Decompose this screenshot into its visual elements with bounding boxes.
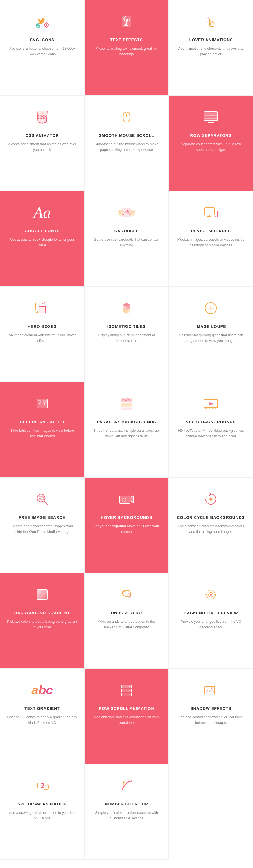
- row-scroll-animation-desc: Add entrance and exit animations on your…: [91, 714, 162, 725]
- device-mockups-desc: Mockup images, carousels or videos insid…: [176, 237, 246, 248]
- shadow-effects-icon: [200, 679, 222, 702]
- cell-parallax-backgrounds: PARALLAX BACKGROUNDS Smoother parallax, …: [84, 382, 169, 477]
- google-fonts-icon: Aa: [31, 202, 53, 224]
- svg-rect-61: [212, 407, 214, 409]
- hero-boxes-desc: An image element with lots of unique hov…: [7, 332, 77, 344]
- cell-background-gradient: BACKGROUND GRADIENT Pick two colors to a…: [0, 573, 84, 669]
- text-effects-icon: T: [115, 10, 138, 33]
- svg-marker-68: [130, 496, 133, 502]
- smooth-mouse-scroll-title: SMOOTH MOUSE SCROLL: [99, 133, 154, 138]
- cell-before-and-after: BEFORE AND AFTER Slide between two image…: [0, 382, 84, 477]
- css-animator-icon: CSS 3: [31, 106, 53, 128]
- svg-line-65: [44, 501, 48, 505]
- hover-animations-desc: Add animations to elements and rows that…: [176, 46, 246, 57]
- svg-rect-58: [215, 399, 217, 400]
- shadow-effects-title: SHADOW EFFECTS: [190, 706, 231, 711]
- hero-boxes-icon: [31, 297, 53, 319]
- carousel-icon: [115, 202, 138, 224]
- device-mockups-icon: [200, 202, 222, 224]
- hover-backgrounds-desc: Let your background move or tilt with yo…: [91, 523, 162, 534]
- svg-text:CSS: CSS: [37, 114, 48, 120]
- cell-number-count-up: NUMBER COUNT UP Simple yet flexible numb…: [84, 764, 169, 860]
- svg-rect-49: [38, 400, 41, 401]
- hover-backgrounds-title: HOVER BACKGROUNDS: [101, 515, 152, 520]
- svg-rect-62: [215, 407, 217, 409]
- cell-text-gradient: abc TEXT GRADIENT Choose 2-3 colors to a…: [0, 669, 84, 764]
- image-loupe-title: IMAGE LOUPE: [195, 324, 226, 329]
- cell-google-fonts: Aa GOOGLE FONTS Get access to 800+ Googl…: [0, 191, 84, 286]
- svg-icons-desc: Add icons & buttons, choose from 12,000+…: [7, 46, 77, 57]
- text-gradient-title: TEXT GRADIENT: [24, 706, 60, 711]
- svg-rect-53: [121, 408, 132, 410]
- cell-svg-draw-animation: 1 2 SVG DRAW ANIMATION Add a drawing eff…: [0, 764, 84, 860]
- undo-redo-icon: [115, 584, 138, 606]
- css-animator-desc: A container element that animates whatev…: [7, 141, 77, 153]
- cell-backend-live-preview: BACKEND LIVE PREVIEW Preview your change…: [169, 573, 253, 669]
- row-separators-icon: [200, 106, 222, 128]
- svg-point-12: [208, 17, 209, 18]
- cell-undo-redo: UNDO & REDO Adds an undo and redo button…: [84, 573, 169, 669]
- google-fonts-desc: Get access to 800+ Google fonts for your…: [7, 237, 77, 248]
- free-image-search-desc: Search and download free images from ins…: [7, 523, 77, 534]
- video-backgrounds-icon: [200, 393, 222, 415]
- svg-rect-60: [208, 407, 210, 409]
- svg-draw-num: 1 2: [33, 776, 51, 796]
- text-effects-desc: A cool animating text element, great for…: [91, 46, 162, 57]
- svg-rect-20: [204, 112, 218, 121]
- number-count-up-desc: Simple yet flexible number count up with…: [91, 810, 162, 821]
- svg-rect-25: [122, 209, 131, 217]
- number-count-up-title: NUMBER COUNT UP: [105, 801, 148, 806]
- hover-backgrounds-icon: [115, 488, 138, 510]
- undo-redo-title: UNDO & REDO: [111, 611, 142, 616]
- cell-svg-icons: SVG ICONS Add icons & buttons, choose fr…: [0, 0, 84, 95]
- svg-rect-51: [121, 399, 132, 402]
- cell-text-effects: T TEXT EFFECTS A cool animating text ele…: [84, 0, 169, 95]
- cell-shadow-effects: SHADOW EFFECTS Add and control shadows o…: [169, 669, 253, 764]
- cell-video-backgrounds: VIDEO BACKGROUNDS HD YouTube or Vimeo vi…: [169, 382, 253, 477]
- svg-rect-28: [131, 210, 134, 215]
- svg-draw-animation-icon: 1 2: [31, 774, 53, 797]
- cell-css-animator: CSS 3 CSS ANIMATOR A container element t…: [0, 95, 84, 191]
- svg-point-1: [46, 24, 47, 26]
- cell-device-mockups: DEVICE MOCKUPS Mockup images, carousels …: [169, 191, 253, 286]
- row-scroll-animation-title: ROW SCROLL ANIMATION: [99, 706, 154, 711]
- parallax-backgrounds-desc: Smoother parallax, multiple parallaxes, …: [91, 428, 162, 439]
- smooth-mouse-scroll-desc: Smoothens out the mousewheel to make pag…: [91, 141, 162, 153]
- svg-point-71: [210, 498, 212, 500]
- svg-rect-59: [205, 407, 207, 409]
- video-backgrounds-title: VIDEO BACKGROUNDS: [186, 420, 235, 425]
- cell-row-scroll-animation: ROW SCROLL ANIMATION Add entrance and ex…: [84, 669, 169, 764]
- isometric-tiles-icon: [115, 297, 138, 319]
- color-cycle-backgrounds-icon: [200, 488, 222, 510]
- text-gradient-icon: abc: [31, 679, 53, 702]
- svg-rect-56: [208, 399, 210, 400]
- undo-redo-desc: Adds an undo and redo button to the back…: [91, 619, 162, 630]
- carousel-desc: Get to use cool carousels that can conta…: [91, 237, 162, 248]
- svg-icons-title: SVG ICONS: [30, 37, 55, 42]
- hover-animations-title: HOVER ANIMATIONS: [189, 37, 233, 42]
- backend-live-preview-desc: Preview your changes live from the VC ba…: [176, 619, 246, 630]
- hero-boxes-title: HERO BOXES: [28, 324, 57, 329]
- image-loupe-icon: [200, 297, 222, 319]
- backend-live-preview-title: BACKEND LIVE PREVIEW: [184, 611, 238, 616]
- svg-draw-animation-title: SVG DRAW ANIMATION: [18, 801, 67, 806]
- background-gradient-icon: [31, 584, 53, 606]
- svg-rect-72: [37, 590, 47, 600]
- before-and-after-icon: [31, 393, 53, 415]
- google-fonts-title: GOOGLE FONTS: [25, 228, 60, 234]
- shadow-effects-desc: Add and control shadows on VC columns, b…: [176, 714, 246, 725]
- row-separators-title: ROW SEPARATORS: [190, 133, 231, 138]
- text-effects-title: TEXT EFFECTS: [110, 37, 142, 42]
- row-scroll-animation-icon: [115, 679, 138, 702]
- svg-rect-67: [120, 496, 130, 504]
- row-separators-desc: Separate your content with unique row se…: [176, 141, 246, 153]
- cell-carousel: CAROUSEL Get to use cool carousels that …: [84, 191, 169, 286]
- background-gradient-desc: Pick two colors to add a background grad…: [7, 619, 77, 630]
- text-gradient-desc: Choose 2-3 colors to apply a gradient on…: [7, 714, 77, 725]
- svg-rect-27: [119, 210, 122, 215]
- background-gradient-title: BACKGROUND GRADIENT: [14, 611, 70, 616]
- svg-icons-icon: [31, 10, 53, 33]
- smooth-mouse-scroll-icon: [115, 106, 138, 128]
- svg-point-87: [129, 694, 131, 695]
- isometric-tiles-title: ISOMETRIC TILES: [107, 324, 146, 329]
